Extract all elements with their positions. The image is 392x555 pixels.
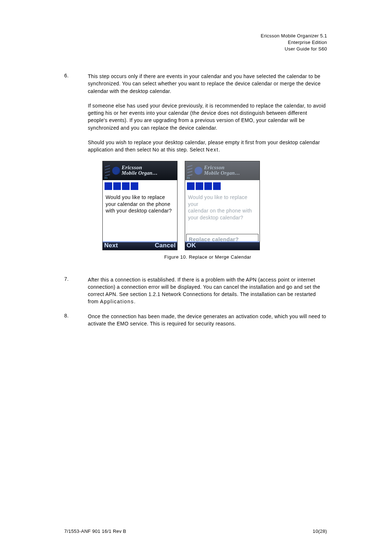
phone2-progress-band xyxy=(185,180,260,193)
phone-screenshot-replace-question: Ericsson Mobile Organ… 3G Would you like… xyxy=(102,161,177,250)
logo-swoosh-icon xyxy=(195,167,203,175)
logo-bars-icon xyxy=(187,166,192,176)
phone1-titlebar: Ericsson Mobile Organ… 3G xyxy=(103,161,177,180)
step-7-number: 7. xyxy=(64,276,88,305)
step-8-body: Once the connection has been made, the d… xyxy=(88,313,328,328)
page-header: Ericsson Mobile Organizer 5.1 Enterprise… xyxy=(261,33,327,53)
phone2-titlebar: Ericsson Mobile Organ… 3G xyxy=(185,161,260,180)
step-6: 6. This step occurs only if there are ev… xyxy=(64,73,328,269)
step-7-p1c: . xyxy=(134,299,135,304)
step-8: 8. Once the connection has been made, th… xyxy=(64,313,328,328)
step-8-number: 8. xyxy=(64,313,88,328)
step-6-body: This step occurs only if there are event… xyxy=(88,73,328,269)
phone1-progress-band xyxy=(103,180,177,193)
phone2-q-line3: your desktop calendar? xyxy=(188,214,257,221)
phone2-softkeys: OK xyxy=(185,241,260,250)
softkey-ok[interactable]: OK xyxy=(185,242,197,250)
step-6-p2: If someone else has used your device pre… xyxy=(88,102,328,131)
phone-screenshot-replace-popup: Ericsson Mobile Organ… 3G Would you like… xyxy=(185,161,260,250)
progress-square-icon xyxy=(131,182,138,190)
phone1-question: Would you like to replace your calendar … xyxy=(106,194,172,214)
progress-square-icon xyxy=(204,182,212,190)
phone2-q-line1: Would you like to replace your xyxy=(188,194,257,208)
signal-3g-icon: 3G xyxy=(104,176,108,180)
progress-square-icon xyxy=(187,182,195,190)
step-7-body: After this a connection is established. … xyxy=(88,276,328,305)
progress-square-icon xyxy=(105,182,112,190)
step-6-p1: This step occurs only if there are event… xyxy=(88,73,328,95)
progress-square-icon xyxy=(213,182,221,190)
step-6-p3c: . xyxy=(219,147,220,153)
ericsson-logo-icon xyxy=(187,166,203,176)
header-line2: Enterprise Edition xyxy=(261,39,327,46)
softkey-cancel[interactable]: Cancel xyxy=(153,242,177,250)
phone2-q-line2: calendar on the phone with xyxy=(188,207,257,214)
phone-screenshots: Ericsson Mobile Organ… 3G Would you like… xyxy=(102,161,328,250)
step-7-applications-word: Applications xyxy=(100,299,134,304)
step-6-number: 6. xyxy=(64,73,88,269)
step-7: 7. After this a connection is establishe… xyxy=(64,276,328,305)
progress-square-icon xyxy=(113,182,121,190)
page-footer: 7/1553-ANF 901 16/1 Rev B 10(28) xyxy=(64,528,327,534)
footer-page-number: 10(28) xyxy=(313,528,327,534)
phone1-app-title: Ericsson Mobile Organ… xyxy=(120,165,158,176)
phone2-title-sub: Mobile Organ… xyxy=(204,171,240,176)
figure-caption: Figure 10. Replace or Merge Calendar xyxy=(88,254,328,261)
footer-doc-id: 7/1553-ANF 901 16/1 Rev B xyxy=(64,528,126,534)
phone1-title-top: Ericsson xyxy=(122,165,158,171)
signal-3g-icon: 3G xyxy=(186,176,191,180)
main-content: 6. This step occurs only if there are ev… xyxy=(64,73,328,335)
phone2-title-top: Ericsson xyxy=(204,165,240,171)
header-line1: Ericsson Mobile Organizer 5.1 xyxy=(261,33,327,39)
phone1-softkeys: Next Cancel xyxy=(103,241,177,250)
step-6-p3a: Should you wish to replace your desktop … xyxy=(88,139,320,153)
header-line3: User Guide for S60 xyxy=(261,46,327,52)
step-6-p3: Should you wish to replace your desktop … xyxy=(88,139,328,154)
progress-square-icon xyxy=(196,182,203,190)
ericsson-logo-icon xyxy=(105,166,120,176)
phone2-app-title: Ericsson Mobile Organ… xyxy=(203,165,240,176)
phone1-title-sub: Mobile Organ… xyxy=(122,171,158,176)
progress-square-icon xyxy=(122,182,130,190)
logo-swoosh-icon xyxy=(112,167,120,175)
phone1-body: Would you like to replace your calendar … xyxy=(103,193,177,241)
logo-bars-icon xyxy=(105,166,110,176)
softkey-next[interactable]: Next xyxy=(103,242,119,250)
step-6-next-word: Next xyxy=(206,147,219,153)
phone2-body: Would you like to replace your calendar … xyxy=(185,193,260,241)
